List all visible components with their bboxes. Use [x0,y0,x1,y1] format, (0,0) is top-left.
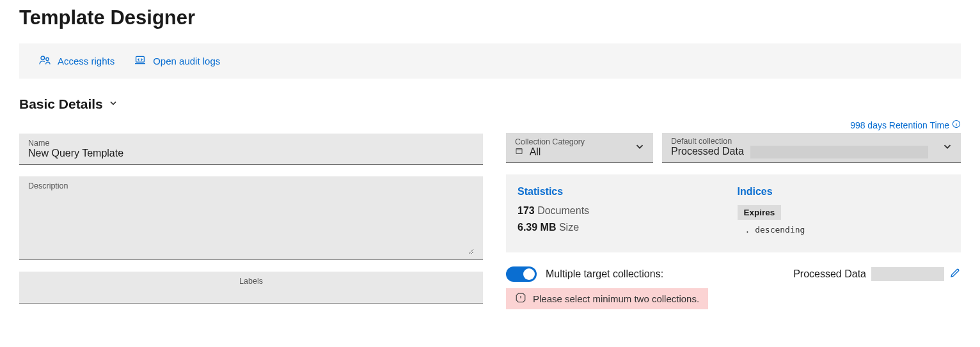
book-icon [515,148,526,157]
svg-rect-4 [516,149,522,154]
labels-field[interactable]: Labels [19,272,483,304]
people-icon [38,55,51,67]
statistics-panel: Statistics 173 Documents 6.39 MB Size In… [506,174,961,252]
statistics-heading: Statistics [518,186,730,197]
indices-heading: Indices [738,186,950,197]
warning-icon [515,292,526,305]
edit-collections-button[interactable] [949,267,961,281]
name-field[interactable]: Name [19,134,483,165]
documents-row: 173 Documents [518,205,730,217]
collection-category-value: All [530,146,541,157]
multiple-target-label: Multiple target collections: [546,268,784,280]
access-rights-label: Access rights [58,56,115,66]
expires-badge: Expires [738,205,782,220]
toolbar: Access rights Open audit logs [19,43,961,79]
multiple-target-toggle[interactable] [506,266,537,282]
chevron-down-icon [942,141,953,155]
description-input[interactable] [28,190,474,254]
name-label: Name [28,139,474,148]
size-row: 6.39 MB Size [518,222,730,233]
error-text: Please select minimum two collections. [533,293,699,304]
labels-label: Labels [239,277,263,286]
default-collection-label: Default collection [671,137,942,146]
indices-block: Indices Expires . descending [738,186,950,238]
size-label: Size [559,222,579,233]
laptop-icon [134,55,146,67]
collection-category-select[interactable]: Collection Category All [506,133,653,163]
multiple-target-value-text: Processed Data [793,268,866,280]
page-title: Template Designer [19,6,961,29]
open-audit-logs-link[interactable]: Open audit logs [134,55,220,67]
size-value: 6.39 MB [518,222,556,233]
documents-count: 173 [518,205,535,216]
multiple-target-row: Multiple target collections: Processed D… [506,266,961,282]
default-collection-value: Processed Data [671,146,744,157]
right-column: 998 days Retention Time Collection Categ… [506,120,961,309]
name-input[interactable] [28,148,474,159]
default-collection-secondary-box [750,146,928,158]
description-field[interactable]: Description [19,176,483,260]
svg-rect-2 [136,56,145,62]
basic-details-title: Basic Details [19,96,103,112]
info-icon [952,120,961,130]
retention-time-text: 998 days Retention Time [850,120,949,130]
collection-category-label: Collection Category [515,137,634,146]
error-message: Please select minimum two collections. [506,288,708,309]
documents-label: Documents [537,205,589,216]
svg-point-1 [46,58,49,60]
retention-time[interactable]: 998 days Retention Time [506,120,961,130]
description-label: Description [28,181,474,190]
left-column: Name Description Labels [19,120,483,304]
multiple-target-secondary-box [871,267,944,281]
access-rights-link[interactable]: Access rights [38,55,115,67]
default-collection-select[interactable]: Default collection Processed Data [662,133,961,163]
basic-details-toggle[interactable]: Basic Details [19,96,961,112]
chevron-down-icon [108,98,118,111]
chevron-down-icon [634,141,645,155]
statistics-block: Statistics 173 Documents 6.39 MB Size [518,186,730,238]
sort-note: . descending [738,225,950,235]
svg-point-0 [41,56,45,60]
open-audit-logs-label: Open audit logs [153,56,220,66]
